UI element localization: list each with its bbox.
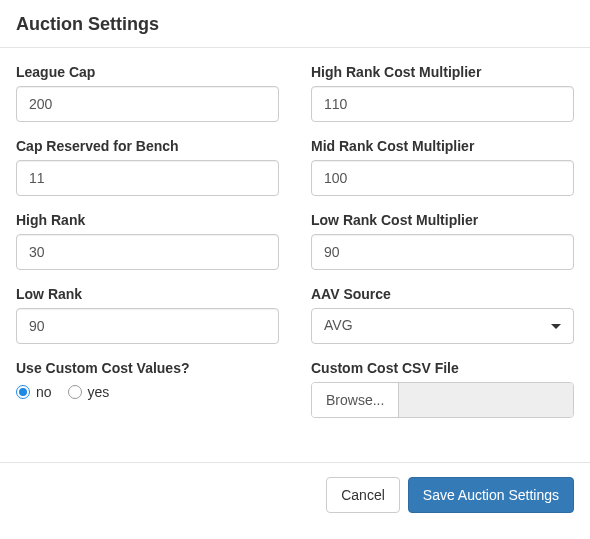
radio-icon bbox=[68, 385, 82, 399]
radio-label-yes: yes bbox=[88, 384, 110, 400]
dialog-footer: Cancel Save Auction Settings bbox=[0, 462, 590, 527]
field-league-cap: League Cap bbox=[16, 64, 279, 122]
field-cap-reserved: Cap Reserved for Bench bbox=[16, 138, 279, 196]
field-high-mult: High Rank Cost Multiplier bbox=[311, 64, 574, 122]
label-low-rank: Low Rank bbox=[16, 286, 279, 302]
dialog-title: Auction Settings bbox=[16, 14, 574, 35]
label-custom-toggle: Use Custom Cost Values? bbox=[16, 360, 279, 376]
input-cap-reserved[interactable] bbox=[16, 160, 279, 196]
label-league-cap: League Cap bbox=[16, 64, 279, 80]
field-low-rank: Low Rank bbox=[16, 286, 279, 344]
input-low-mult[interactable] bbox=[311, 234, 574, 270]
label-aav-source: AAV Source bbox=[311, 286, 574, 302]
input-high-mult[interactable] bbox=[311, 86, 574, 122]
chevron-down-icon bbox=[551, 324, 561, 329]
radio-option-no[interactable]: no bbox=[16, 384, 52, 400]
left-column: League Cap Cap Reserved for Bench High R… bbox=[16, 64, 279, 434]
field-csv-file: Custom Cost CSV File Browse... bbox=[311, 360, 574, 418]
radio-label-no: no bbox=[36, 384, 52, 400]
radio-icon bbox=[16, 385, 30, 399]
file-input-csv[interactable]: Browse... bbox=[311, 382, 574, 418]
radio-option-yes[interactable]: yes bbox=[68, 384, 110, 400]
field-aav-source: AAV Source AVG bbox=[311, 286, 574, 344]
browse-button[interactable]: Browse... bbox=[312, 383, 399, 417]
field-custom-toggle: Use Custom Cost Values? no yes bbox=[16, 360, 279, 400]
dialog-header: Auction Settings bbox=[0, 0, 590, 48]
cancel-button[interactable]: Cancel bbox=[326, 477, 400, 513]
label-mid-mult: Mid Rank Cost Multiplier bbox=[311, 138, 574, 154]
file-name-display bbox=[399, 383, 573, 417]
right-column: High Rank Cost Multiplier Mid Rank Cost … bbox=[311, 64, 574, 434]
radio-group-custom: no yes bbox=[16, 382, 279, 400]
select-value: AVG bbox=[324, 316, 353, 336]
label-high-mult: High Rank Cost Multiplier bbox=[311, 64, 574, 80]
field-mid-mult: Mid Rank Cost Multiplier bbox=[311, 138, 574, 196]
select-aav-source[interactable]: AVG bbox=[311, 308, 574, 344]
input-high-rank[interactable] bbox=[16, 234, 279, 270]
save-button[interactable]: Save Auction Settings bbox=[408, 477, 574, 513]
auction-settings-dialog: Auction Settings League Cap Cap Reserved… bbox=[0, 0, 590, 527]
input-league-cap[interactable] bbox=[16, 86, 279, 122]
label-high-rank: High Rank bbox=[16, 212, 279, 228]
label-csv-file: Custom Cost CSV File bbox=[311, 360, 574, 376]
dialog-body: League Cap Cap Reserved for Bench High R… bbox=[0, 48, 590, 442]
field-low-mult: Low Rank Cost Multiplier bbox=[311, 212, 574, 270]
input-low-rank[interactable] bbox=[16, 308, 279, 344]
label-cap-reserved: Cap Reserved for Bench bbox=[16, 138, 279, 154]
label-low-mult: Low Rank Cost Multiplier bbox=[311, 212, 574, 228]
input-mid-mult[interactable] bbox=[311, 160, 574, 196]
field-high-rank: High Rank bbox=[16, 212, 279, 270]
